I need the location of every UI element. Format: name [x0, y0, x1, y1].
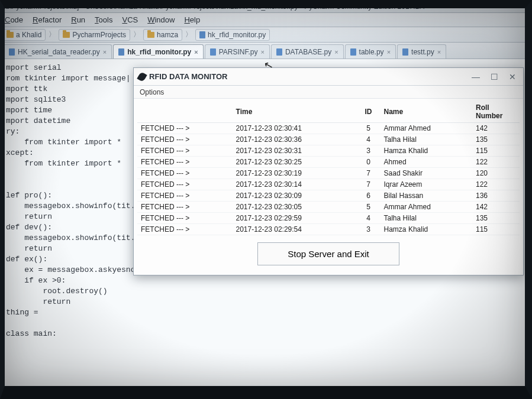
table-row: FETCHED --- >2017-12-23 02:30:250Ahmed12…	[137, 157, 520, 168]
breadcrumb-label: hamza	[157, 31, 178, 39]
chevron-right-icon: 〉	[132, 30, 141, 40]
close-button[interactable]: ✕	[507, 72, 518, 82]
editor-tab[interactable]: PARSINF.py×	[205, 44, 270, 59]
python-file-icon	[276, 48, 282, 56]
column-header: ID	[357, 101, 381, 123]
roll-cell: 136	[472, 190, 520, 202]
id-cell: 6	[357, 190, 381, 202]
folder-icon	[63, 32, 70, 38]
close-tab-icon[interactable]: ×	[334, 48, 338, 56]
rfid-menu-options[interactable]: Options	[134, 86, 523, 99]
main-menubar: CodeRefactorRunToolsVCSWindowHelp	[0, 13, 532, 27]
editor-tab-label: HK_serial_data_reader.py	[18, 48, 100, 56]
column-header: Name	[381, 101, 472, 123]
breadcrumb-item[interactable]: hk_rfid_monitor.py	[195, 29, 270, 41]
status-cell: FETCHED --- >	[137, 134, 233, 145]
column-header: Time	[233, 101, 357, 123]
time-cell: 2017-12-23 02:30:25	[233, 157, 357, 168]
close-tab-icon[interactable]: ×	[437, 48, 441, 56]
time-cell: 2017-12-23 02:30:05	[233, 202, 357, 213]
breadcrumb-item[interactable]: hamza	[143, 29, 182, 41]
table-row: FETCHED --- >2017-12-23 02:30:096Bilal H…	[137, 190, 520, 202]
id-cell: 3	[357, 145, 381, 157]
python-file-icon	[118, 48, 124, 56]
status-cell: FETCHED --- >	[137, 202, 233, 213]
minimize-button[interactable]: —	[469, 72, 482, 82]
status-cell: FETCHED --- >	[137, 168, 233, 179]
python-file-icon	[199, 31, 205, 38]
menu-vcs[interactable]: VCS	[117, 15, 143, 24]
table-row: FETCHED --- >2017-12-23 02:30:055Ammar A…	[137, 202, 520, 213]
id-cell: 4	[357, 134, 381, 145]
menu-help[interactable]: Help	[179, 15, 205, 24]
breadcrumb-item[interactable]: PycharmProjects	[59, 29, 130, 41]
time-cell: 2017-12-23 02:30:14	[233, 179, 357, 190]
rfid-monitor-window: RFID DATA MONITOR ↖ — ☐ ✕ Options TimeID…	[133, 67, 524, 275]
chevron-right-icon: 〉	[184, 30, 194, 40]
close-tab-icon[interactable]: ×	[260, 48, 264, 56]
table-row: FETCHED --- >2017-12-23 02:30:364Talha H…	[137, 134, 520, 145]
table-row: FETCHED --- >2017-12-23 02:30:197Saad Sh…	[137, 168, 520, 179]
python-file-icon	[9, 48, 15, 56]
folder-icon	[7, 32, 14, 38]
rfid-titlebar[interactable]: RFID DATA MONITOR ↖ — ☐ ✕	[134, 68, 523, 86]
id-cell: 7	[357, 168, 381, 179]
id-cell: 5	[357, 202, 381, 213]
stop-server-button[interactable]: Stop Server and Exit	[257, 242, 399, 265]
breadcrumb-label: a Khalid	[16, 31, 41, 39]
app-feather-icon	[137, 71, 147, 82]
id-cell: 0	[357, 157, 381, 168]
table-row: FETCHED --- >2017-12-23 02:29:594Talha H…	[137, 213, 520, 224]
editor-tab[interactable]: HK_serial_data_reader.py×	[4, 44, 112, 59]
breadcrumb-item[interactable]: a Khalid	[2, 29, 46, 41]
roll-cell: 122	[472, 157, 520, 168]
status-cell: FETCHED --- >	[137, 179, 233, 190]
menu-tools[interactable]: Tools	[90, 15, 117, 24]
editor-tabs: HK_serial_data_reader.py×hk_rfid_monitor…	[0, 43, 532, 59]
roll-cell: 142	[472, 123, 520, 134]
editor-tab[interactable]: DATABASE.py×	[271, 44, 344, 59]
time-cell: 2017-12-23 02:30:41	[233, 123, 357, 134]
id-cell: 7	[357, 179, 381, 190]
status-cell: FETCHED --- >	[137, 157, 233, 168]
name-cell: Hamza Khalid	[381, 224, 472, 235]
maximize-button[interactable]: ☐	[488, 72, 501, 82]
menu-refactor[interactable]: Refactor	[28, 15, 66, 24]
menu-window[interactable]: Window	[143, 15, 179, 24]
status-cell: FETCHED --- >	[137, 213, 233, 224]
table-row: FETCHED --- >2017-12-23 02:30:313Hamza K…	[137, 145, 520, 157]
status-cell: FETCHED --- >	[137, 190, 233, 202]
editor-tab-label: testt.py	[411, 48, 434, 56]
menu-code[interactable]: Code	[0, 15, 28, 24]
column-header: Roll Number	[472, 101, 520, 123]
time-cell: 2017-12-23 02:30:09	[233, 190, 357, 202]
roll-cell: 120	[472, 168, 520, 179]
status-cell: FETCHED --- >	[137, 123, 233, 134]
time-cell: 2017-12-23 02:30:19	[233, 168, 357, 179]
name-cell: Ammar Ahmed	[381, 202, 472, 213]
name-cell: Ammar Ahmed	[381, 123, 472, 134]
editor-tab[interactable]: testt.py×	[397, 44, 446, 59]
editor-tab-label: hk_rfid_monitor.py	[127, 48, 191, 56]
column-header	[137, 101, 233, 123]
editor-tab-label: table.py	[359, 48, 384, 56]
id-cell: 4	[357, 213, 381, 224]
rfid-title-text: RFID DATA MONITOR	[149, 72, 227, 81]
roll-cell: 142	[472, 202, 520, 213]
status-cell: FETCHED --- >	[137, 145, 233, 157]
rfid-data-table: TimeIDNameRoll Number FETCHED --- >2017-…	[137, 101, 520, 235]
time-cell: 2017-12-23 02:29:59	[233, 213, 357, 224]
close-tab-icon[interactable]: ×	[194, 48, 198, 56]
close-tab-icon[interactable]: ×	[103, 48, 107, 56]
name-cell: Talha Hilal	[381, 213, 472, 224]
editor-tab[interactable]: hk_rfid_monitor.py×	[113, 44, 203, 59]
time-cell: 2017-12-23 02:30:31	[233, 145, 357, 157]
roll-cell: 135	[472, 213, 520, 224]
menu-run[interactable]: Run	[66, 15, 90, 24]
editor-tab[interactable]: table.py×	[345, 44, 396, 59]
editor-tab-label: DATABASE.py	[285, 48, 331, 56]
name-cell: Bilal Hassan	[381, 190, 472, 202]
name-cell: Ahmed	[381, 157, 472, 168]
close-tab-icon[interactable]: ×	[387, 48, 391, 56]
python-file-icon	[210, 48, 216, 56]
